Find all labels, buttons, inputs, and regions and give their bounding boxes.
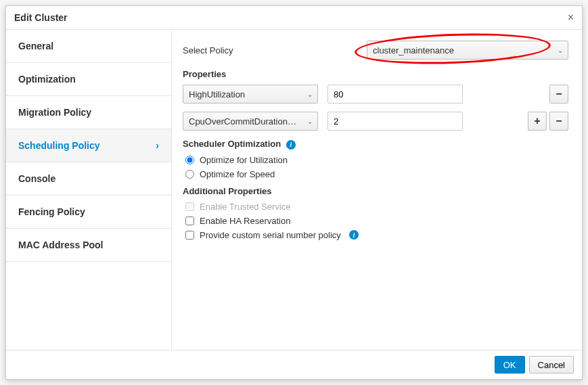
tab-migration-policy[interactable]: Migration Policy: [6, 96, 171, 129]
property-value-input[interactable]: [327, 85, 463, 104]
tab-mac-address-pool[interactable]: MAC Address Pool: [6, 229, 171, 262]
ok-button[interactable]: OK: [495, 356, 525, 373]
dialog-footer: OK Cancel: [6, 350, 582, 379]
select-policy-dropdown[interactable]: cluster_maintenance: [367, 41, 568, 60]
chevron-right-icon: ›: [156, 140, 159, 151]
close-button[interactable]: ×: [568, 12, 574, 24]
remove-property-button[interactable]: −: [549, 85, 568, 104]
optimize-utilization-radio[interactable]: Optimize for Utilization: [185, 155, 568, 165]
info-icon[interactable]: i: [349, 230, 359, 240]
info-icon[interactable]: i: [286, 140, 296, 150]
property-row: HighUtilization ⌄ −: [183, 85, 568, 104]
tab-general[interactable]: General: [6, 30, 171, 63]
remove-property-button[interactable]: −: [549, 112, 568, 131]
additional-properties-title: Additional Properties: [183, 186, 568, 196]
tab-scheduling-policy[interactable]: Scheduling Policy ›: [6, 129, 171, 162]
tab-optimization[interactable]: Optimization: [6, 63, 171, 96]
enable-trusted-service-checkbox: Enable Trusted Service: [185, 202, 568, 212]
dialog-header: Edit Cluster ×: [6, 6, 582, 30]
edit-cluster-dialog: Edit Cluster × General Optimization Migr…: [5, 5, 583, 380]
custom-serial-number-checkbox[interactable]: Provide custom serial number policy i: [185, 230, 568, 240]
tabs-sidebar: General Optimization Migration Policy Sc…: [6, 30, 172, 350]
enable-ha-reservation-checkbox[interactable]: Enable HA Reservation: [185, 216, 568, 226]
tab-fencing-policy[interactable]: Fencing Policy: [6, 196, 171, 229]
property-value-input[interactable]: [327, 112, 463, 131]
property-row: CpuOverCommitDurationMinu ⌄ + −: [183, 112, 568, 131]
add-property-button[interactable]: +: [528, 112, 547, 131]
cancel-button[interactable]: Cancel: [529, 356, 574, 373]
optimize-speed-radio[interactable]: Optimize for Speed: [185, 169, 568, 179]
property-key-select[interactable]: HighUtilization: [183, 85, 318, 104]
select-policy-label: Select Policy: [183, 45, 359, 55]
property-key-select[interactable]: CpuOverCommitDurationMinu: [183, 112, 318, 131]
tab-console[interactable]: Console: [6, 162, 171, 196]
properties-title: Properties: [183, 69, 568, 79]
content-pane: Select Policy cluster_maintenance ⌄ Prop…: [172, 30, 582, 350]
scheduler-optimization-title: Scheduler Optimization i: [183, 139, 568, 150]
dialog-title: Edit Cluster: [14, 12, 68, 23]
